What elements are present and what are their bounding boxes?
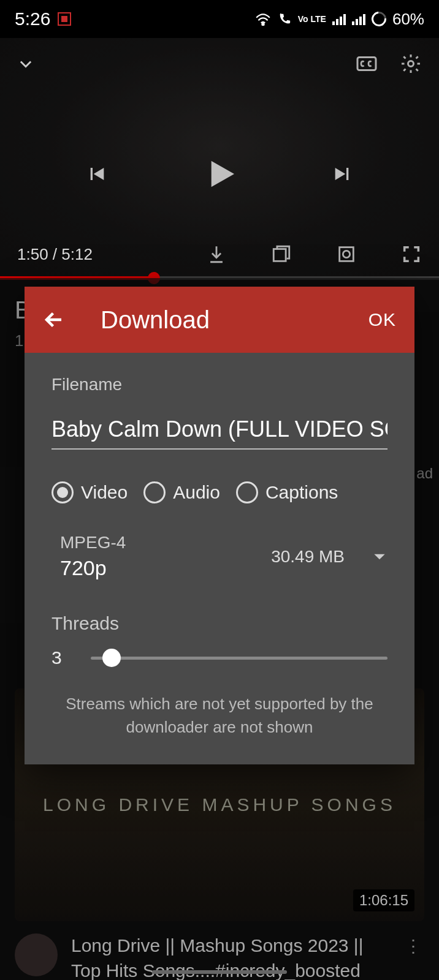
popup-icon[interactable] xyxy=(271,244,292,265)
home-indicator[interactable] xyxy=(152,970,287,974)
ad-label: ad xyxy=(416,465,433,482)
ok-button[interactable]: OK xyxy=(368,309,396,330)
wifi-icon xyxy=(255,12,271,26)
status-time: 5:26 xyxy=(15,9,50,29)
battery-icon xyxy=(368,9,389,29)
dialog-title: Download xyxy=(65,306,368,334)
captions-icon[interactable] xyxy=(356,53,378,75)
status-bar: 5:26 Vo LTE 60% xyxy=(0,0,439,38)
svg-point-0 xyxy=(262,23,264,25)
radio-audio[interactable]: Audio xyxy=(143,481,220,503)
more-options-icon[interactable]: ⋮ xyxy=(402,933,424,959)
background-play-icon[interactable] xyxy=(336,244,357,265)
svg-rect-4 xyxy=(340,247,354,262)
svg-rect-1 xyxy=(357,58,376,70)
svg-rect-3 xyxy=(273,249,286,262)
wifi-calling-icon xyxy=(277,12,292,26)
dialog-header: Download OK xyxy=(25,287,414,353)
slider-thumb[interactable] xyxy=(102,649,121,667)
filename-label: Filename xyxy=(52,375,387,394)
download-icon[interactable] xyxy=(206,244,227,265)
threads-slider[interactable] xyxy=(91,649,387,667)
video-player[interactable]: 1:50 / 5:12 xyxy=(0,38,439,278)
playback-time: 1:50 / 5:12 xyxy=(17,245,93,264)
radio-captions[interactable]: Captions xyxy=(236,481,338,503)
svg-point-5 xyxy=(343,251,349,257)
download-dialog: Download OK Filename Video Audio Caption… xyxy=(25,287,414,764)
format-selector[interactable]: MPEG-4 720p 30.49 MB xyxy=(52,533,387,580)
threads-label: Threads xyxy=(52,613,387,634)
collapse-icon[interactable] xyxy=(17,55,34,72)
related-duration: 1:06:15 xyxy=(353,889,414,911)
format-resolution: 720p xyxy=(60,556,271,580)
battery-percent: 60% xyxy=(392,10,424,29)
radio-video[interactable]: Video xyxy=(52,481,128,503)
next-button[interactable] xyxy=(331,162,356,189)
threads-value: 3 xyxy=(52,647,64,668)
radio-icon xyxy=(52,481,74,503)
svg-point-2 xyxy=(408,61,414,67)
channel-avatar[interactable] xyxy=(15,933,58,976)
volte-icon: Vo LTE xyxy=(298,15,326,23)
chevron-down-icon xyxy=(372,549,387,565)
signal-icon-2 xyxy=(352,13,365,25)
fullscreen-icon[interactable] xyxy=(401,244,422,265)
previous-button[interactable] xyxy=(83,162,108,189)
format-size: 30.49 MB xyxy=(271,547,345,567)
signal-icon-1 xyxy=(332,13,346,25)
screen-record-icon xyxy=(58,12,71,26)
related-thumb-text: LONG DRIVE MASHUP SONGS xyxy=(43,794,396,815)
download-type-group: Video Audio Captions xyxy=(52,481,387,503)
settings-icon[interactable] xyxy=(400,53,422,75)
dialog-note: Streams which are not yet supported by t… xyxy=(52,693,387,739)
radio-icon xyxy=(143,481,166,503)
back-icon[interactable] xyxy=(43,309,65,331)
format-codec: MPEG-4 xyxy=(60,533,271,552)
radio-icon xyxy=(236,481,258,503)
filename-input[interactable] xyxy=(52,413,387,450)
play-button[interactable] xyxy=(200,154,239,196)
